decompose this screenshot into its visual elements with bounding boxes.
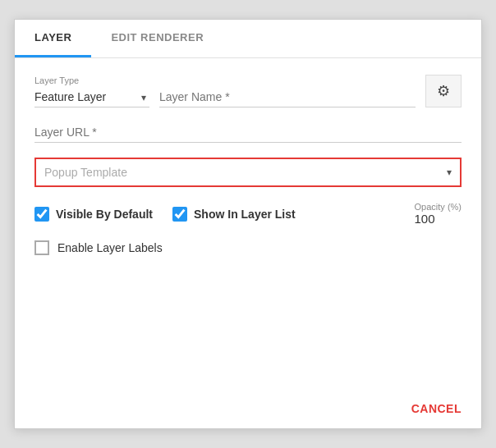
layer-name-input[interactable] — [159, 87, 416, 107]
show-in-layer-list-label[interactable]: Show In Layer List — [194, 208, 296, 221]
show-in-layer-list-group: Show In Layer List — [172, 207, 296, 222]
layer-type-select[interactable]: Feature Layer — [34, 87, 149, 107]
cancel-button[interactable]: CANCEL — [411, 402, 462, 415]
dialog: LAYER EDIT RENDERER Layer Type Feature L… — [14, 19, 482, 429]
content-area: Layer Type Feature Layer ▾ ⚙ — [15, 58, 481, 392]
visible-by-default-label[interactable]: Visible By Default — [56, 208, 153, 221]
visible-by-default-checkbox[interactable] — [34, 207, 49, 222]
tab-edit-renderer[interactable]: EDIT RENDERER — [91, 20, 223, 57]
layer-type-group: Layer Type Feature Layer ▾ — [34, 75, 149, 107]
popup-template-select[interactable]: Popup Template — [44, 166, 452, 179]
layer-type-row: Layer Type Feature Layer ▾ ⚙ — [34, 75, 462, 107]
show-in-layer-list-checkbox[interactable] — [172, 207, 187, 222]
options-row: Visible By Default Show In Layer List Op… — [34, 202, 462, 226]
enable-layer-labels-row: Enable Layer Labels — [34, 240, 462, 255]
tab-layer[interactable]: LAYER — [15, 20, 91, 57]
layer-name-row: ⚙ — [159, 75, 462, 107]
dialog-footer: CANCEL — [15, 392, 481, 428]
layer-url-input[interactable] — [34, 122, 462, 143]
visible-by-default-group: Visible By Default — [34, 207, 153, 222]
opacity-value: 100 — [415, 212, 435, 226]
opacity-label: Opacity (%) — [415, 202, 462, 212]
enable-layer-labels-label: Enable Layer Labels — [57, 241, 163, 254]
gear-icon: ⚙ — [437, 82, 450, 100]
layer-type-label: Layer Type — [34, 75, 149, 85]
opacity-group: Opacity (%) 100 — [415, 202, 462, 226]
tab-bar: LAYER EDIT RENDERER — [15, 20, 481, 58]
popup-template-wrapper: Popup Template ▾ — [34, 158, 462, 187]
layer-url-group — [34, 122, 462, 143]
enable-layer-labels-checkbox[interactable] — [34, 240, 49, 255]
settings-button[interactable]: ⚙ — [425, 75, 462, 107]
layer-type-wrapper: Feature Layer ▾ — [34, 87, 149, 107]
